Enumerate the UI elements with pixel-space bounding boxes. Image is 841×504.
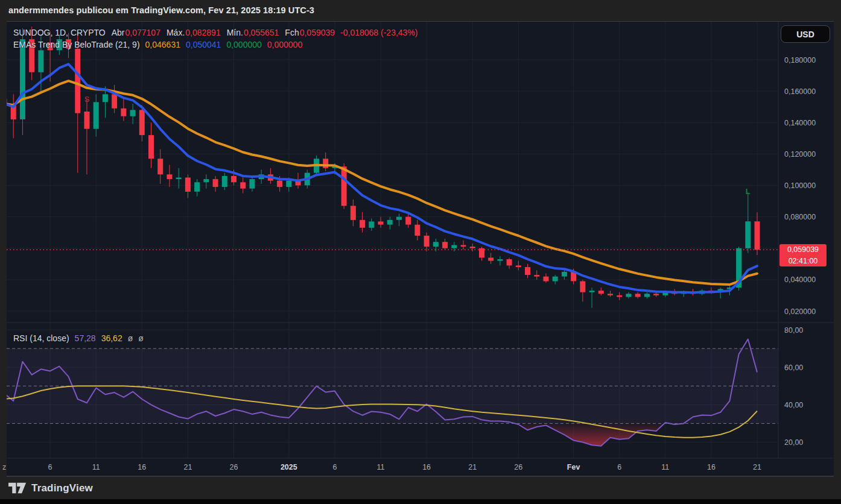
candle: [378, 221, 384, 224]
brand-text: TradingView: [31, 482, 93, 494]
candle: [277, 181, 282, 187]
candle: [470, 247, 475, 248]
candle: [433, 242, 439, 247]
candle: [461, 245, 466, 247]
candle: [94, 102, 99, 128]
candle: [249, 179, 255, 189]
price-axis-label: 0,140000: [784, 119, 816, 127]
time-axis-label: 6: [617, 463, 621, 471]
candle: [84, 112, 89, 129]
time-axis-label: 26: [230, 463, 238, 471]
candle: [231, 176, 236, 182]
footer-bar: TradingView: [0, 478, 841, 499]
candle: [543, 277, 548, 282]
time-axis-label: 11: [92, 463, 100, 471]
candle: [553, 277, 558, 282]
candle: [323, 159, 328, 168]
candle: [617, 295, 622, 297]
rsi-indicator-legend[interactable]: RSI (14, close) 57,28 36,62 ø ø: [13, 333, 144, 343]
time-axis-label: 16: [422, 463, 431, 471]
candle: [442, 242, 448, 248]
chart-canvas[interactable]: SL0,1800000,1600000,1400000,1200000,1000…: [0, 0, 841, 504]
candle: [360, 220, 365, 228]
time-axis-label: 21: [468, 463, 477, 471]
candle: [286, 181, 291, 187]
candle: [580, 282, 585, 292]
price-axis-label: 0,040000: [784, 276, 816, 284]
candle: [341, 166, 347, 206]
candle: [589, 291, 595, 292]
candle: [562, 272, 567, 277]
time-axis-label: 26: [514, 463, 522, 471]
bar-countdown: 02:41:00: [779, 256, 827, 267]
trade-marker-L: L: [746, 187, 751, 196]
rsi-empty-value-1: ø: [128, 333, 133, 343]
candle: [608, 294, 613, 295]
time-axis-label: 6: [332, 463, 337, 471]
candle: [222, 176, 227, 187]
rsi-axis-label: 40,00: [784, 401, 803, 409]
price-axis-label: 0,080000: [784, 213, 816, 221]
time-axis-label: 21: [183, 463, 192, 471]
candle: [139, 110, 145, 135]
candle: [745, 221, 751, 248]
candle: [20, 39, 25, 119]
ema9-value: 0,050041: [186, 40, 221, 49]
candle: [369, 221, 374, 227]
candle: [534, 275, 539, 277]
rsi-empty-value-2: ø: [138, 333, 144, 343]
page: andermmendes publicou em TradingView.com…: [0, 0, 841, 504]
time-axis-label: 11: [661, 463, 669, 471]
time-axis-label: Fev: [567, 463, 580, 471]
current-price-label: 0,059039 02:41:00: [779, 244, 827, 266]
price-axis-label: 0,100000: [784, 181, 816, 190]
rsi-axis-label: 80,00: [784, 326, 803, 335]
ema-extra-value-1: 0,000000: [226, 40, 261, 49]
symbol-legend[interactable]: SUNDOG, 1D, CRYPTO Abr0,077107 Máx.0,082…: [13, 28, 418, 37]
tradingview-logo-icon: [8, 482, 27, 495]
candle: [103, 94, 108, 102]
candle: [755, 221, 760, 250]
candle: [167, 174, 172, 179]
candle: [653, 294, 659, 295]
currency-toggle-button[interactable]: USD: [781, 25, 830, 43]
time-axis-label: 2025: [281, 463, 297, 471]
time-axis-label: 11: [377, 463, 385, 471]
current-price-value: 0,059039: [779, 244, 827, 256]
ohlc-low: Mín.0,055651: [226, 28, 279, 37]
rsi-value: 57,28: [75, 333, 96, 343]
candle: [185, 178, 191, 192]
candle: [75, 49, 80, 113]
time-axis-label: 16: [707, 463, 716, 471]
candle: [240, 182, 246, 188]
candle: [130, 110, 136, 116]
candle: [112, 94, 117, 109]
ohlc-close: Fch0,059039: [284, 28, 335, 37]
candle: [451, 245, 457, 248]
rsi-indicator-title: RSI (14, close): [13, 333, 69, 343]
candle: [351, 206, 356, 220]
ohlc-high: Máx.0,082891: [166, 28, 221, 37]
plot-content: [2, 27, 779, 446]
candle: [2, 99, 7, 104]
candle: [626, 294, 631, 297]
candle: [157, 159, 163, 174]
price-axis-label: 0,120000: [784, 150, 816, 159]
ohlc-open: Abr0,077107: [111, 28, 160, 37]
rsi-axis-label: 20,00: [784, 438, 803, 447]
trade-marker-S: S: [84, 95, 90, 104]
candle: [516, 265, 521, 267]
candle: [497, 259, 503, 261]
price-axis-label: 0,160000: [784, 87, 816, 96]
ema-indicator-legend[interactable]: EMAs Trend By BeloTrade (21, 9) 0,046631…: [13, 40, 302, 49]
candle: [598, 291, 604, 294]
rsi-axis-label: 60,00: [784, 364, 803, 372]
candle: [414, 225, 420, 236]
candle: [525, 267, 530, 275]
candle: [148, 135, 154, 159]
candle: [424, 236, 430, 247]
ema-extra-value-2: 0,000000: [267, 40, 302, 49]
candle: [176, 178, 182, 180]
price-change: -0,018068 (-23,43%): [340, 28, 417, 37]
tradingview-link[interactable]: TradingView: [8, 482, 93, 495]
